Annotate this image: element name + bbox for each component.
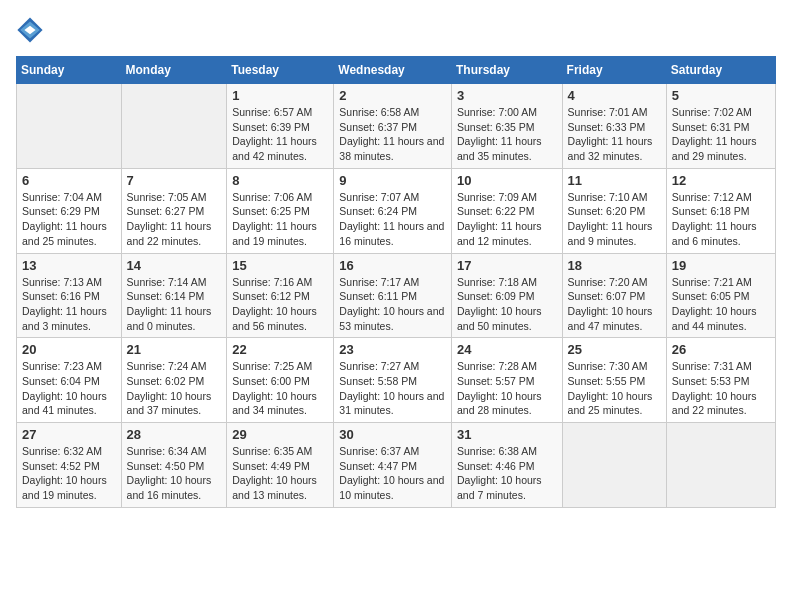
day-number: 11 — [568, 173, 661, 188]
day-number: 26 — [672, 342, 770, 357]
day-info: Sunrise: 7:01 AM Sunset: 6:33 PM Dayligh… — [568, 105, 661, 164]
calendar-week-row: 27Sunrise: 6:32 AM Sunset: 4:52 PM Dayli… — [17, 423, 776, 508]
page-header — [16, 16, 776, 44]
day-number: 29 — [232, 427, 328, 442]
weekday-header-sunday: Sunday — [17, 57, 122, 84]
day-number: 24 — [457, 342, 557, 357]
day-info: Sunrise: 7:31 AM Sunset: 5:53 PM Dayligh… — [672, 359, 770, 418]
day-info: Sunrise: 7:12 AM Sunset: 6:18 PM Dayligh… — [672, 190, 770, 249]
day-number: 12 — [672, 173, 770, 188]
day-number: 27 — [22, 427, 116, 442]
calendar-week-row: 13Sunrise: 7:13 AM Sunset: 6:16 PM Dayli… — [17, 253, 776, 338]
calendar-cell: 3Sunrise: 7:00 AM Sunset: 6:35 PM Daylig… — [451, 84, 562, 169]
day-number: 19 — [672, 258, 770, 273]
calendar-cell: 26Sunrise: 7:31 AM Sunset: 5:53 PM Dayli… — [666, 338, 775, 423]
day-info: Sunrise: 6:37 AM Sunset: 4:47 PM Dayligh… — [339, 444, 446, 503]
calendar-cell: 17Sunrise: 7:18 AM Sunset: 6:09 PM Dayli… — [451, 253, 562, 338]
day-number: 28 — [127, 427, 222, 442]
logo — [16, 16, 48, 44]
weekday-header-tuesday: Tuesday — [227, 57, 334, 84]
calendar-cell: 4Sunrise: 7:01 AM Sunset: 6:33 PM Daylig… — [562, 84, 666, 169]
calendar-cell: 13Sunrise: 7:13 AM Sunset: 6:16 PM Dayli… — [17, 253, 122, 338]
calendar-body: 1Sunrise: 6:57 AM Sunset: 6:39 PM Daylig… — [17, 84, 776, 508]
weekday-header-wednesday: Wednesday — [334, 57, 452, 84]
day-info: Sunrise: 7:05 AM Sunset: 6:27 PM Dayligh… — [127, 190, 222, 249]
day-info: Sunrise: 6:34 AM Sunset: 4:50 PM Dayligh… — [127, 444, 222, 503]
day-number: 5 — [672, 88, 770, 103]
day-number: 3 — [457, 88, 557, 103]
calendar-cell: 22Sunrise: 7:25 AM Sunset: 6:00 PM Dayli… — [227, 338, 334, 423]
day-info: Sunrise: 7:23 AM Sunset: 6:04 PM Dayligh… — [22, 359, 116, 418]
day-number: 14 — [127, 258, 222, 273]
day-info: Sunrise: 6:32 AM Sunset: 4:52 PM Dayligh… — [22, 444, 116, 503]
calendar-cell: 19Sunrise: 7:21 AM Sunset: 6:05 PM Dayli… — [666, 253, 775, 338]
day-info: Sunrise: 7:24 AM Sunset: 6:02 PM Dayligh… — [127, 359, 222, 418]
calendar-cell: 30Sunrise: 6:37 AM Sunset: 4:47 PM Dayli… — [334, 423, 452, 508]
day-number: 17 — [457, 258, 557, 273]
calendar-cell: 23Sunrise: 7:27 AM Sunset: 5:58 PM Dayli… — [334, 338, 452, 423]
calendar-cell: 14Sunrise: 7:14 AM Sunset: 6:14 PM Dayli… — [121, 253, 227, 338]
day-number: 23 — [339, 342, 446, 357]
day-info: Sunrise: 7:07 AM Sunset: 6:24 PM Dayligh… — [339, 190, 446, 249]
calendar-cell: 24Sunrise: 7:28 AM Sunset: 5:57 PM Dayli… — [451, 338, 562, 423]
day-info: Sunrise: 7:09 AM Sunset: 6:22 PM Dayligh… — [457, 190, 557, 249]
day-number: 2 — [339, 88, 446, 103]
weekday-header-monday: Monday — [121, 57, 227, 84]
day-info: Sunrise: 6:58 AM Sunset: 6:37 PM Dayligh… — [339, 105, 446, 164]
calendar-cell: 10Sunrise: 7:09 AM Sunset: 6:22 PM Dayli… — [451, 168, 562, 253]
calendar-cell: 31Sunrise: 6:38 AM Sunset: 4:46 PM Dayli… — [451, 423, 562, 508]
day-info: Sunrise: 6:38 AM Sunset: 4:46 PM Dayligh… — [457, 444, 557, 503]
day-number: 4 — [568, 88, 661, 103]
day-info: Sunrise: 7:28 AM Sunset: 5:57 PM Dayligh… — [457, 359, 557, 418]
day-number: 10 — [457, 173, 557, 188]
calendar-header: SundayMondayTuesdayWednesdayThursdayFrid… — [17, 57, 776, 84]
day-info: Sunrise: 7:13 AM Sunset: 6:16 PM Dayligh… — [22, 275, 116, 334]
day-info: Sunrise: 7:20 AM Sunset: 6:07 PM Dayligh… — [568, 275, 661, 334]
day-number: 21 — [127, 342, 222, 357]
day-info: Sunrise: 7:16 AM Sunset: 6:12 PM Dayligh… — [232, 275, 328, 334]
calendar-cell: 25Sunrise: 7:30 AM Sunset: 5:55 PM Dayli… — [562, 338, 666, 423]
calendar-week-row: 6Sunrise: 7:04 AM Sunset: 6:29 PM Daylig… — [17, 168, 776, 253]
weekday-header-row: SundayMondayTuesdayWednesdayThursdayFrid… — [17, 57, 776, 84]
weekday-header-saturday: Saturday — [666, 57, 775, 84]
day-info: Sunrise: 7:02 AM Sunset: 6:31 PM Dayligh… — [672, 105, 770, 164]
calendar-week-row: 1Sunrise: 6:57 AM Sunset: 6:39 PM Daylig… — [17, 84, 776, 169]
calendar-cell: 8Sunrise: 7:06 AM Sunset: 6:25 PM Daylig… — [227, 168, 334, 253]
calendar-cell: 21Sunrise: 7:24 AM Sunset: 6:02 PM Dayli… — [121, 338, 227, 423]
calendar-cell: 12Sunrise: 7:12 AM Sunset: 6:18 PM Dayli… — [666, 168, 775, 253]
day-number: 30 — [339, 427, 446, 442]
calendar-cell: 7Sunrise: 7:05 AM Sunset: 6:27 PM Daylig… — [121, 168, 227, 253]
day-number: 16 — [339, 258, 446, 273]
calendar-cell — [666, 423, 775, 508]
day-info: Sunrise: 7:00 AM Sunset: 6:35 PM Dayligh… — [457, 105, 557, 164]
day-info: Sunrise: 7:10 AM Sunset: 6:20 PM Dayligh… — [568, 190, 661, 249]
calendar-week-row: 20Sunrise: 7:23 AM Sunset: 6:04 PM Dayli… — [17, 338, 776, 423]
day-number: 9 — [339, 173, 446, 188]
day-info: Sunrise: 7:14 AM Sunset: 6:14 PM Dayligh… — [127, 275, 222, 334]
day-number: 13 — [22, 258, 116, 273]
calendar-cell: 5Sunrise: 7:02 AM Sunset: 6:31 PM Daylig… — [666, 84, 775, 169]
calendar-cell — [17, 84, 122, 169]
calendar-cell: 29Sunrise: 6:35 AM Sunset: 4:49 PM Dayli… — [227, 423, 334, 508]
day-info: Sunrise: 7:06 AM Sunset: 6:25 PM Dayligh… — [232, 190, 328, 249]
calendar-cell: 2Sunrise: 6:58 AM Sunset: 6:37 PM Daylig… — [334, 84, 452, 169]
day-info: Sunrise: 7:17 AM Sunset: 6:11 PM Dayligh… — [339, 275, 446, 334]
calendar-cell: 15Sunrise: 7:16 AM Sunset: 6:12 PM Dayli… — [227, 253, 334, 338]
calendar-cell — [121, 84, 227, 169]
day-number: 22 — [232, 342, 328, 357]
calendar-cell: 16Sunrise: 7:17 AM Sunset: 6:11 PM Dayli… — [334, 253, 452, 338]
calendar-cell: 28Sunrise: 6:34 AM Sunset: 4:50 PM Dayli… — [121, 423, 227, 508]
weekday-header-friday: Friday — [562, 57, 666, 84]
calendar-cell: 11Sunrise: 7:10 AM Sunset: 6:20 PM Dayli… — [562, 168, 666, 253]
day-number: 15 — [232, 258, 328, 273]
calendar-cell — [562, 423, 666, 508]
day-info: Sunrise: 6:35 AM Sunset: 4:49 PM Dayligh… — [232, 444, 328, 503]
calendar-table: SundayMondayTuesdayWednesdayThursdayFrid… — [16, 56, 776, 508]
day-number: 25 — [568, 342, 661, 357]
day-number: 7 — [127, 173, 222, 188]
calendar-cell: 27Sunrise: 6:32 AM Sunset: 4:52 PM Dayli… — [17, 423, 122, 508]
day-info: Sunrise: 7:18 AM Sunset: 6:09 PM Dayligh… — [457, 275, 557, 334]
day-info: Sunrise: 7:27 AM Sunset: 5:58 PM Dayligh… — [339, 359, 446, 418]
weekday-header-thursday: Thursday — [451, 57, 562, 84]
day-number: 8 — [232, 173, 328, 188]
